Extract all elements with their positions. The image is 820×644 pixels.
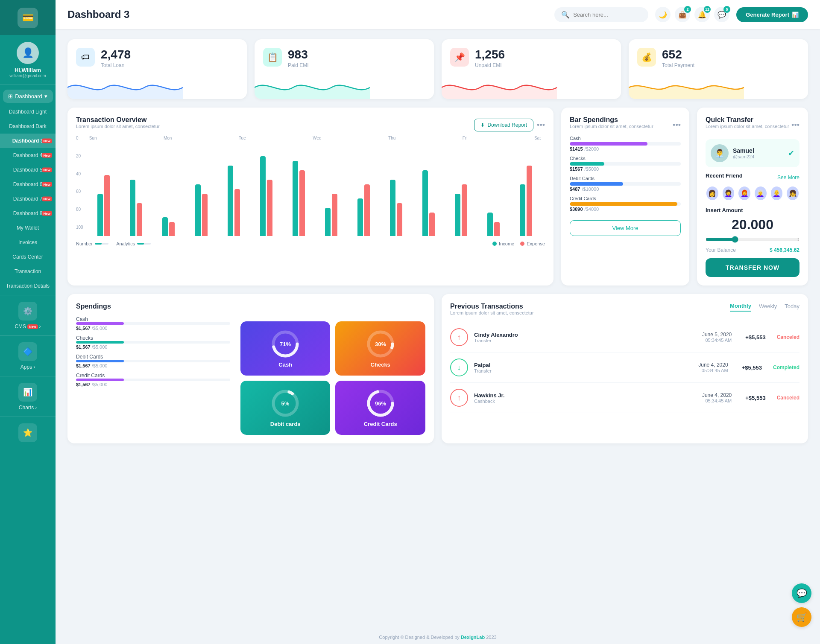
quick-transfer-card: Quick Transfer Lorem ipsum dolor sit ame…	[697, 108, 808, 286]
sidebar-item-dashboard-4[interactable]: Dashboard 4New	[0, 148, 56, 163]
tx-tab[interactable]: Weekly	[759, 303, 777, 311]
donut-card: 30% Checks	[335, 321, 425, 376]
middle-row: Transaction Overview Lorem ipsum dolor s…	[67, 108, 808, 286]
new-badge: New	[42, 139, 52, 143]
bar-group	[120, 180, 152, 236]
sidebar-item-dashboard-7[interactable]: Dashboard 7New	[0, 192, 56, 206]
friend-avatar[interactable]: 👩	[706, 186, 719, 201]
bar-teal	[390, 180, 395, 236]
bar-group	[477, 213, 510, 236]
unpaid-emi-icon: 📌	[450, 48, 469, 67]
sidebar-charts-section: 📊 Charts ›	[0, 376, 56, 415]
analytics-label: Analytics	[116, 241, 135, 246]
donut-card: 96% Credit Cards	[335, 381, 425, 435]
view-more-button[interactable]: View More	[570, 220, 681, 236]
bar-teal	[520, 184, 525, 236]
quick-transfer-title: Quick Transfer	[706, 116, 789, 124]
stat-card-paid-emi: 📋 983 Paid EMI	[255, 39, 434, 99]
bell-icon-btn[interactable]: 🔔 12	[694, 7, 710, 22]
friend-avatar[interactable]: 👩‍🦲	[770, 186, 784, 201]
sidebar-item-dashboard-8[interactable]: Dashboard 8New	[0, 206, 56, 221]
sidebar-item-transaction[interactable]: Transaction	[0, 264, 56, 279]
bar-red	[267, 180, 272, 236]
download-report-button[interactable]: ⬇ Download Report	[474, 119, 533, 131]
expense-dot	[520, 242, 524, 246]
logo-icon: 💳	[18, 8, 38, 28]
sidebar-item-dashboard-light[interactable]: Dashboard Light	[0, 105, 56, 119]
analytics-toggle[interactable]	[137, 243, 151, 245]
sidebar-item-cards-center[interactable]: Cards Center	[0, 250, 56, 264]
cms-icon-btn[interactable]: ⚙️	[18, 302, 37, 321]
sidebar-apps-section: 🔷 Apps ›	[0, 335, 56, 374]
tx-tab[interactable]: Today	[785, 303, 800, 311]
bar-spendings-subtitle: Lorem ipsum dolor sit amet, consectetur	[570, 124, 653, 129]
new-badge: New	[42, 153, 52, 158]
sidebar-item-invoices[interactable]: Invoices	[0, 235, 56, 250]
friend-avatar[interactable]: 👩‍🦰	[738, 186, 751, 201]
cart-fab-button[interactable]: 🛒	[792, 607, 811, 627]
friend-avatar[interactable]: 👧	[786, 186, 800, 201]
bag-icon-btn[interactable]: 👜 2	[675, 7, 690, 22]
sidebar-profile: 👤 Hi,William william@gmail.com	[0, 35, 56, 85]
bar-chart-area: 100 80 60 40 20 0 Sun Mon Tue	[76, 136, 545, 246]
sidebar-item-dashboard-3[interactable]: Dashboard 3New	[0, 134, 56, 148]
bar-group	[347, 184, 380, 236]
apps-icon-btn[interactable]: 🔷	[18, 342, 37, 361]
help-fab-button[interactable]: 💬	[792, 583, 811, 603]
sidebar-logo: 💳	[0, 0, 56, 35]
selected-friend[interactable]: 👨‍💼 Samuel @sam224 ✔	[706, 139, 800, 167]
apps-label[interactable]: Apps ›	[20, 364, 35, 370]
tx-icon: ↑	[450, 389, 468, 407]
stat-cards-row: 🏷 2,478 Total Loan 📋 983 Paid EMI	[67, 39, 808, 99]
sidebar-item-dashboard-dark[interactable]: Dashboard Dark	[0, 119, 56, 134]
friend-avatar[interactable]: 👩‍🦱	[722, 186, 735, 201]
sidebar-item-my-wallet[interactable]: My Wallet	[0, 221, 56, 235]
tx-icon: ↑	[450, 328, 468, 346]
svg-text:30%: 30%	[375, 341, 386, 347]
donut-svg: 96%	[366, 388, 395, 418]
chat-icon-btn[interactable]: 💬 5	[714, 7, 729, 22]
search-bar[interactable]: 🔍	[554, 7, 648, 22]
balance-label: Your Balance	[706, 247, 736, 253]
total-payment-wave	[629, 76, 757, 99]
generate-report-label: Generate Report	[746, 12, 789, 18]
star-icon-btn[interactable]: ⭐	[18, 423, 37, 442]
bar-red	[494, 222, 500, 236]
quick-transfer-more-button[interactable]: •••	[791, 121, 800, 130]
unpaid-emi-number: 1,256	[475, 48, 505, 61]
content-area: 🏷 2,478 Total Loan 📋 983 Paid EMI	[56, 29, 820, 628]
transaction-overview-title: Transaction Overview	[76, 116, 160, 124]
search-input[interactable]	[573, 12, 633, 18]
generate-report-button[interactable]: Generate Report 📊	[736, 7, 808, 22]
number-toggle[interactable]	[95, 243, 108, 245]
bar-red	[364, 184, 370, 236]
see-more-link[interactable]: See More	[777, 175, 800, 181]
table-row: ↓ Paipal Transfer June 4, 2020 05:34:45 …	[450, 353, 800, 383]
dashboard-menu-btn[interactable]: ⊞ Dashboard ▾	[3, 90, 53, 103]
chart-bar-icon: 📊	[792, 12, 799, 18]
amount-slider[interactable]	[706, 236, 800, 243]
bar-spend-row: Debit Cards $487 /$10000	[570, 176, 681, 192]
charts-label[interactable]: Charts ›	[19, 405, 37, 411]
sidebar-item-transaction-details[interactable]: Transaction Details	[0, 279, 56, 293]
spend-item: Cash $1,567 /$5,000	[76, 316, 230, 331]
bar-spendings-more-button[interactable]: •••	[673, 121, 681, 130]
sidebar-item-dashboard-6[interactable]: Dashboard 6New	[0, 177, 56, 192]
more-options-button[interactable]: •••	[537, 121, 545, 130]
spendings-list: Cash $1,567 /$5,000 Checks $1,567 /$5,00…	[76, 316, 230, 435]
sidebar-nav: Dashboard Light Dashboard Dark Dashboard…	[0, 105, 56, 293]
transfer-now-button[interactable]: TRANSFER NOW	[706, 258, 800, 277]
charts-icon-btn[interactable]: 📊	[18, 383, 37, 402]
main-content: Dashboard 3 🔍 🌙 👜 2 🔔 12 💬 5 Generate R	[56, 0, 820, 644]
cms-label[interactable]: CMS New ›	[15, 323, 41, 329]
chat-badge: 5	[723, 6, 730, 13]
sidebar-item-dashboard-5[interactable]: Dashboard 5New	[0, 163, 56, 177]
transaction-overview-card: Transaction Overview Lorem ipsum dolor s…	[67, 108, 554, 286]
balance-row: Your Balance $ 456,345.62	[706, 247, 800, 253]
bar-group	[380, 180, 413, 236]
bar-teal	[487, 213, 493, 236]
tx-tab[interactable]: Monthly	[730, 303, 751, 312]
bar-teal	[325, 208, 331, 236]
friend-avatar[interactable]: 👩‍🦳	[754, 186, 767, 201]
moon-icon-btn[interactable]: 🌙	[655, 7, 671, 22]
